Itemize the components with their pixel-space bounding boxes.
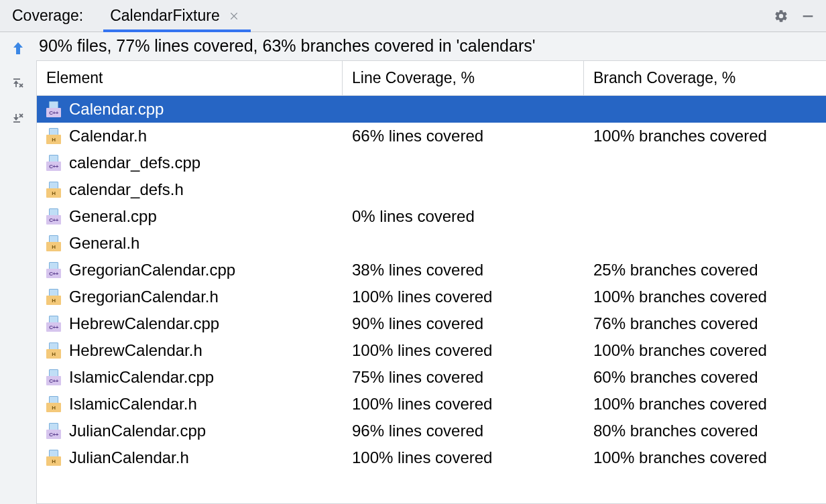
cell-branch-coverage: 100% branches covered (584, 448, 826, 467)
file-name: General.cpp (69, 207, 157, 226)
coverage-summary: 90% files, 77% lines covered, 63% branch… (36, 32, 826, 59)
cell-element: HHebrewCalendar.h (37, 341, 343, 360)
tab-label: CalendarFixture (110, 7, 220, 25)
cell-element: C++JulianCalendar.cpp (37, 422, 343, 440)
file-name: General.h (69, 234, 139, 253)
table-row[interactable]: HJulianCalendar.h100% lines covered100% … (37, 444, 826, 471)
cell-line-coverage: 66% lines covered (343, 127, 584, 145)
cell-branch-coverage: 100% branches covered (584, 288, 826, 306)
tab-bar: Coverage: CalendarFixture (0, 0, 826, 32)
table-row[interactable]: C++General.cpp0% lines covered (37, 203, 826, 230)
cell-branch-coverage: 25% branches covered (584, 261, 826, 279)
file-name: HebrewCalendar.h (69, 341, 202, 360)
cell-branch-coverage: 60% branches covered (584, 368, 826, 387)
column-line-coverage[interactable]: Line Coverage, % (343, 61, 584, 95)
cell-line-coverage: 90% lines covered (343, 314, 584, 333)
cell-line-coverage: 38% lines covered (343, 261, 584, 279)
table-row[interactable]: HHebrewCalendar.h100% lines covered100% … (37, 337, 826, 364)
header-file-icon: H (46, 128, 64, 144)
file-name: calendar_defs.h (69, 180, 184, 199)
cpp-file-icon: C++ (46, 369, 64, 385)
column-branch-coverage[interactable]: Branch Coverage, % (584, 61, 826, 95)
cpp-file-icon: C++ (46, 101, 64, 117)
cell-element: C++GregorianCalendar.cpp (37, 261, 343, 279)
cell-element: C++Calendar.cpp (37, 100, 343, 119)
minimize-icon[interactable] (801, 9, 815, 23)
table-row[interactable]: HCalendar.h66% lines covered100% branche… (37, 123, 826, 149)
coverage-table: Element Line Coverage, % Branch Coverage… (36, 60, 826, 504)
panel-body: 90% files, 77% lines covered, 63% branch… (0, 32, 826, 504)
cell-line-coverage: 100% lines covered (343, 448, 584, 467)
cell-element: HGregorianCalendar.h (37, 288, 343, 306)
file-name: Calendar.h (69, 127, 147, 145)
table-row[interactable]: C++IslamicCalendar.cpp75% lines covered6… (37, 364, 826, 391)
file-name: GregorianCalendar.h (69, 288, 219, 306)
cell-branch-coverage: 100% branches covered (584, 341, 826, 360)
cell-branch-coverage: 100% branches covered (584, 395, 826, 414)
column-element[interactable]: Element (37, 61, 343, 95)
expand-up-icon[interactable] (10, 75, 26, 91)
cell-line-coverage: 100% lines covered (343, 288, 584, 306)
cell-element: C++calendar_defs.cpp (37, 153, 343, 172)
cell-element: Hcalendar_defs.h (37, 180, 343, 199)
cell-line-coverage: 100% lines covered (343, 341, 584, 360)
table-body: C++Calendar.cppHCalendar.h66% lines cove… (37, 96, 826, 503)
coverage-gutter (0, 32, 36, 504)
file-name: IslamicCalendar.h (69, 395, 197, 414)
cpp-file-icon: C++ (46, 316, 64, 332)
file-name: Calendar.cpp (69, 100, 164, 119)
svg-rect-0 (803, 15, 813, 17)
table-row[interactable]: HGeneral.h (37, 230, 826, 257)
file-name: JulianCalendar.h (69, 448, 189, 467)
header-file-icon: H (46, 396, 64, 412)
coverage-panel: Coverage: CalendarFixture (0, 0, 826, 504)
file-name: JulianCalendar.cpp (69, 422, 206, 440)
expand-down-icon[interactable] (10, 110, 26, 126)
header-file-icon: H (46, 235, 64, 251)
cell-branch-coverage: 76% branches covered (584, 314, 826, 333)
cell-element: HGeneral.h (37, 234, 343, 253)
cell-element: HCalendar.h (37, 127, 343, 145)
close-icon[interactable] (229, 11, 239, 21)
table-row[interactable]: C++GregorianCalendar.cpp38% lines covere… (37, 257, 826, 284)
cell-line-coverage: 75% lines covered (343, 368, 584, 387)
file-name: IslamicCalendar.cpp (69, 368, 214, 387)
cell-element: C++HebrewCalendar.cpp (37, 314, 343, 333)
cell-line-coverage: 100% lines covered (343, 395, 584, 414)
cell-line-coverage: 96% lines covered (343, 422, 584, 440)
table-row[interactable]: HIslamicCalendar.h100% lines covered100%… (37, 391, 826, 418)
cell-line-coverage: 0% lines covered (343, 207, 584, 226)
header-file-icon: H (46, 289, 64, 305)
table-row[interactable]: Hcalendar_defs.h (37, 176, 826, 203)
header-file-icon: H (46, 450, 64, 466)
cell-branch-coverage: 100% branches covered (584, 127, 826, 145)
cpp-file-icon: C++ (46, 155, 64, 171)
cpp-file-icon: C++ (46, 423, 64, 439)
file-name: calendar_defs.cpp (69, 153, 200, 172)
cell-element: C++IslamicCalendar.cpp (37, 368, 343, 387)
panel-title: Coverage: (8, 7, 87, 25)
cell-element: HIslamicCalendar.h (37, 395, 343, 414)
table-row[interactable]: C++calendar_defs.cpp (37, 149, 826, 176)
cell-branch-coverage: 80% branches covered (584, 422, 826, 440)
tab-calendarfixture[interactable]: CalendarFixture (103, 0, 251, 32)
table-row[interactable]: C++HebrewCalendar.cpp90% lines covered76… (37, 310, 826, 337)
cpp-file-icon: C++ (46, 262, 64, 278)
table-row[interactable]: HGregorianCalendar.h100% lines covered10… (37, 284, 826, 310)
gear-icon[interactable] (774, 9, 788, 23)
cell-element: HJulianCalendar.h (37, 448, 343, 467)
navigate-up-icon[interactable] (10, 40, 26, 56)
cell-element: C++General.cpp (37, 207, 343, 226)
header-file-icon: H (46, 342, 64, 359)
file-name: GregorianCalendar.cpp (69, 261, 235, 279)
header-file-icon: H (46, 182, 64, 198)
cpp-file-icon: C++ (46, 208, 64, 225)
table-header: Element Line Coverage, % Branch Coverage… (37, 61, 826, 96)
panel-toolbar (774, 9, 826, 23)
table-row[interactable]: C++Calendar.cpp (37, 96, 826, 123)
file-name: HebrewCalendar.cpp (69, 314, 219, 333)
table-row[interactable]: C++JulianCalendar.cpp96% lines covered80… (37, 418, 826, 444)
coverage-main: 90% files, 77% lines covered, 63% branch… (36, 32, 826, 504)
